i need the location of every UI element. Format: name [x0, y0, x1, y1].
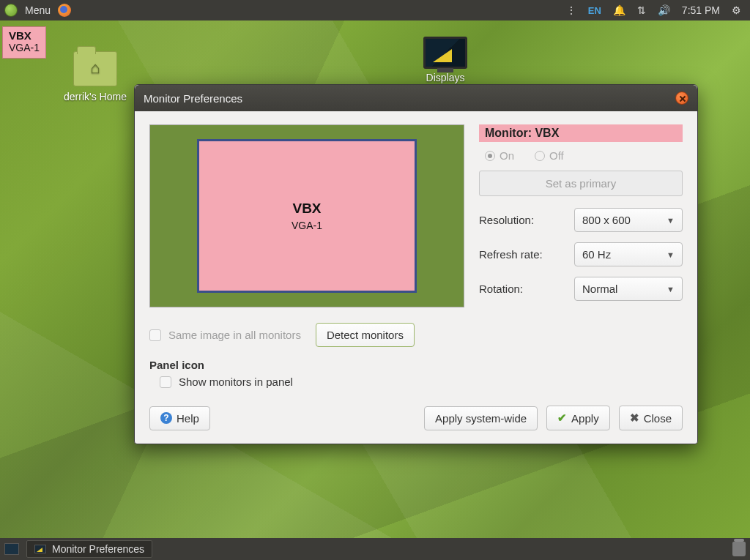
help-icon: ? [160, 412, 172, 424]
rotation-select[interactable]: Normal ▼ [574, 277, 683, 301]
top-panel: Menu ⋮ EN 🔔 ⇅ 🔊 7:51 PM ⚙ [0, 0, 750, 20]
clock[interactable]: 7:51 PM [682, 4, 720, 16]
monitor-off-radio[interactable]: Off [535, 149, 564, 162]
checkbox-icon [160, 376, 171, 388]
monitor-identity-overlay: VBX VGA-1 [2, 26, 46, 59]
monitor-icon [423, 37, 467, 69]
resolution-select[interactable]: 800 x 600 ▼ [574, 208, 683, 232]
window-close-button[interactable] [675, 92, 688, 105]
apply-system-wide-button[interactable]: Apply system-wide [424, 406, 538, 430]
overlay-monitor-connector: VGA-1 [9, 42, 40, 53]
close-button[interactable]: ✖ Close [619, 406, 683, 430]
window-title: Monitor Preferences [144, 92, 242, 105]
monitor-prefs-icon [34, 545, 46, 553]
help-button[interactable]: ? Help [149, 406, 210, 430]
displays-label: Displays [409, 72, 482, 83]
chevron-down-icon: ▼ [667, 250, 675, 259]
home-folder-label: derrik's Home [59, 91, 132, 102]
same-image-label: Same image in all monitors [168, 329, 301, 341]
trash-icon[interactable] [732, 542, 746, 556]
monitor-layout-preview[interactable]: VBX VGA-1 [149, 124, 464, 307]
same-image-checkbox[interactable]: Same image in all monitors [149, 329, 301, 341]
volume-icon[interactable]: 🔊 [658, 4, 670, 16]
window-titlebar[interactable]: Monitor Preferences [135, 85, 697, 111]
house-icon: ⌂ [90, 59, 100, 78]
overlay-monitor-name: VBX [9, 29, 31, 42]
network-updown-icon[interactable]: ⇅ [637, 4, 646, 16]
distro-logo-icon[interactable] [4, 4, 18, 17]
taskbar-entry-monitor-preferences[interactable]: Monitor Preferences [26, 540, 152, 558]
home-folder-desktop-icon[interactable]: ⌂ derrik's Home [59, 51, 132, 102]
settings-gear-icon[interactable]: ⚙ [732, 4, 741, 16]
checkmark-icon: ✔ [557, 411, 567, 425]
refresh-rate-value: 60 Hz [582, 248, 611, 261]
show-in-panel-label: Show monitors in panel [179, 376, 293, 388]
resolution-label: Resolution: [479, 214, 574, 226]
selected-monitor-header: Monitor: VBX [479, 124, 683, 142]
set-as-primary-button[interactable]: Set as primary [479, 171, 683, 196]
checkbox-icon [149, 329, 161, 341]
indicator-grip-icon: ⋮ [566, 4, 576, 16]
taskbar-entry-label: Monitor Preferences [52, 543, 144, 555]
detect-monitors-button[interactable]: Detect monitors [316, 323, 415, 347]
refresh-rate-label: Refresh rate: [479, 248, 574, 261]
radio-selected-icon [485, 151, 495, 161]
keyboard-language-indicator[interactable]: EN [588, 5, 601, 16]
preview-monitor-connector: VGA-1 [292, 220, 322, 231]
monitor-preferences-window: Monitor Preferences VBX VGA-1 Monitor: V… [134, 84, 698, 444]
displays-desktop-icon[interactable]: Displays [409, 37, 482, 83]
rotation-label: Rotation: [479, 283, 574, 295]
show-monitors-in-panel-checkbox[interactable]: Show monitors in panel [149, 376, 683, 388]
close-icon: ✖ [630, 411, 639, 425]
monitor-on-radio[interactable]: On [485, 149, 514, 162]
chevron-down-icon: ▼ [667, 216, 675, 225]
chevron-down-icon: ▼ [667, 285, 675, 294]
apply-button[interactable]: ✔ Apply [546, 406, 610, 430]
menu-button[interactable]: Menu [25, 4, 51, 16]
folder-icon: ⌂ [73, 51, 117, 86]
firefox-icon[interactable] [58, 4, 71, 17]
radio-unselected-icon [535, 151, 545, 161]
rotation-value: Normal [582, 283, 617, 295]
ruler-icon [433, 49, 452, 62]
notification-bell-icon[interactable]: 🔔 [613, 4, 625, 16]
monitor-power-radiogroup: On Off [479, 148, 683, 171]
panel-icon-section-header: Panel icon [149, 359, 683, 371]
resolution-value: 800 x 600 [582, 214, 631, 226]
preview-monitor-name: VBX [292, 201, 321, 217]
tray-displays-icon[interactable] [708, 544, 722, 554]
show-desktop-button[interactable] [4, 543, 19, 555]
monitor-preview-vbx[interactable]: VBX VGA-1 [197, 139, 417, 293]
refresh-rate-select[interactable]: 60 Hz ▼ [574, 242, 683, 266]
bottom-panel: Monitor Preferences [0, 538, 750, 560]
